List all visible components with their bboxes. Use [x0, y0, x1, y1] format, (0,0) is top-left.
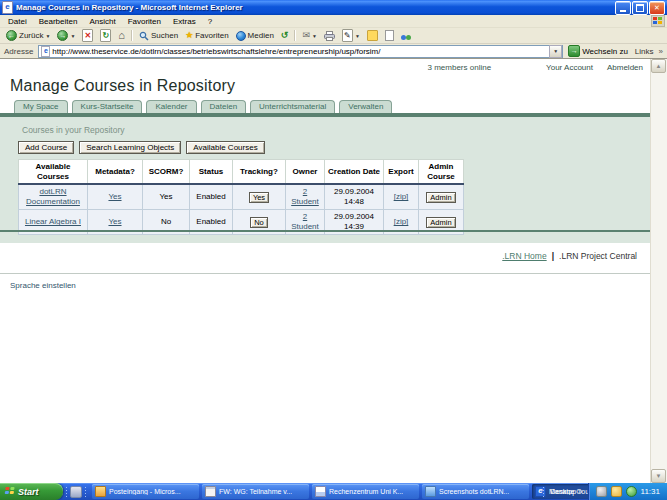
media-button[interactable]: Medien — [233, 29, 277, 43]
messenger-button[interactable] — [398, 29, 415, 43]
minimize-button[interactable] — [615, 1, 631, 15]
chevron-more-icon[interactable]: » — [578, 487, 584, 496]
language-settings-link[interactable]: Sprache einstellen — [10, 281, 76, 290]
quick-launch-icon[interactable] — [70, 486, 82, 498]
course-link[interactable]: Linear Algebra I — [25, 217, 81, 226]
back-dropdown-icon[interactable]: ▼ — [45, 33, 50, 39]
discuss-button[interactable] — [364, 29, 381, 43]
menu-hilfe[interactable]: ? — [202, 17, 218, 26]
section-heading: Courses in your Repository — [0, 117, 651, 135]
status-value: Enabled — [190, 184, 233, 210]
task-mail-message[interactable]: FW: WG: Teilnahme v... — [202, 484, 309, 499]
edit-dropdown-icon[interactable]: ▼ — [355, 33, 360, 39]
tray-icon-1[interactable] — [596, 486, 607, 497]
home-button[interactable]: ⌂ — [115, 29, 128, 43]
favorites-button[interactable]: ★ Favoriten — [182, 29, 231, 43]
taskbar-grip[interactable] — [84, 486, 87, 497]
chevron-more-icon[interactable]: » — [659, 47, 665, 56]
start-button[interactable]: Start — [0, 483, 63, 500]
menu-bearbeiten[interactable]: Bearbeiten — [33, 17, 84, 26]
tab-dateien[interactable]: Dateien — [201, 100, 247, 113]
edit-button[interactable]: ✎ ▼ — [339, 29, 363, 43]
tracking-button[interactable]: Yes — [249, 192, 269, 203]
scroll-up-icon[interactable]: ▲ — [651, 59, 666, 73]
mail-dropdown-icon[interactable]: ▼ — [312, 33, 317, 39]
available-courses-button[interactable]: Available Courses — [186, 141, 264, 154]
forward-icon: → — [57, 30, 68, 41]
desktop-toolbar[interactable]: Desktop » — [547, 483, 587, 500]
admin-button[interactable]: Admin — [426, 217, 455, 228]
metadata-link[interactable]: Yes — [108, 192, 121, 201]
address-label: Adresse — [2, 47, 35, 56]
browser-toolbar: ← Zurück ▼ → ▼ ✕ ↻ ⌂ Suchen ★ Favoriten … — [0, 28, 667, 44]
taskbar-clock[interactable]: 11:31 — [641, 487, 660, 496]
mail-button[interactable]: ✉ ▼ — [299, 29, 320, 43]
col-status: Status — [190, 160, 233, 185]
owner-link[interactable]: 2 Student — [291, 187, 319, 206]
menu-bar: Datei Bearbeiten Ansicht Favoriten Extra… — [0, 15, 667, 28]
table-header-row: Available Courses Metadata? SCORM? Statu… — [19, 160, 464, 185]
task-posteingang[interactable]: Posteingang - Micros... — [92, 484, 199, 499]
go-arrow-icon: → — [568, 45, 580, 57]
menu-favoriten[interactable]: Favoriten — [122, 17, 167, 26]
discuss-note-icon — [367, 30, 378, 41]
refresh-button[interactable]: ↻ — [97, 29, 114, 43]
col-tracking: Tracking? — [233, 160, 286, 185]
history-button[interactable]: ↺ — [278, 29, 292, 43]
vertical-scrollbar[interactable]: ▲ ▼ — [650, 59, 667, 483]
export-zip-link[interactable]: [zip] — [394, 217, 409, 226]
stop-button[interactable]: ✕ — [79, 29, 96, 43]
tab-kalender[interactable]: Kalender — [146, 100, 196, 113]
address-combo: e ▼ — [38, 45, 563, 58]
go-button[interactable]: → Wechseln zu — [566, 45, 630, 57]
owner-link[interactable]: 2 Student — [291, 212, 319, 231]
back-button[interactable]: ← Zurück ▼ — [3, 29, 53, 43]
tray-icon-3[interactable] — [626, 486, 637, 497]
add-course-button[interactable]: Add Course — [18, 141, 74, 154]
media-globe-icon — [236, 31, 246, 41]
task-screenshots[interactable]: Screenshots dotLRN... — [422, 484, 529, 499]
course-link[interactable]: dotLRN Documentation — [26, 187, 80, 206]
col-metadata: Metadata? — [88, 160, 143, 185]
tab-kurs-startseite[interactable]: Kurs-Startseite — [72, 100, 143, 113]
search-learning-objects-button[interactable]: Search Learning Objects — [79, 141, 181, 154]
forward-dropdown-icon[interactable]: ▼ — [70, 33, 75, 39]
menu-extras[interactable]: Extras — [167, 17, 202, 26]
windows-logo-icon — [651, 15, 665, 27]
lrn-home-link[interactable]: .LRN Home — [502, 251, 546, 261]
scroll-down-icon[interactable]: ▼ — [651, 469, 666, 483]
desktop-toolbar-grip[interactable] — [542, 486, 545, 497]
tray-icon-2[interactable] — [611, 486, 622, 497]
search-button[interactable]: Suchen — [136, 29, 181, 43]
col-owner: Owner — [286, 160, 325, 185]
search-icon — [139, 31, 149, 41]
tab-verwalten[interactable]: Verwalten — [339, 100, 392, 113]
export-zip-link[interactable]: [zip] — [394, 192, 409, 201]
browser-window: e Manage Courses in Repository - Microso… — [0, 0, 667, 500]
research-button[interactable] — [382, 29, 397, 43]
metadata-link[interactable]: Yes — [108, 217, 121, 226]
task-rechenzentrum[interactable]: Rechenzentrum Uni K... — [312, 484, 419, 499]
links-toolbar-label[interactable]: Links — [633, 47, 656, 56]
portal-tabs: My Space Kurs-Startseite Kalender Dateie… — [14, 100, 651, 113]
address-input[interactable] — [52, 46, 549, 56]
restore-button[interactable] — [632, 1, 648, 15]
logout-link[interactable]: Abmelden — [607, 63, 643, 72]
members-online-link[interactable]: 3 members online — [428, 63, 492, 72]
admin-button[interactable]: Admin — [426, 192, 455, 203]
tab-unterrichtsmaterial[interactable]: Unterrichtsmaterial — [250, 100, 335, 113]
col-available-courses: Available Courses — [19, 160, 88, 185]
your-account-link[interactable]: Your Account — [546, 63, 593, 72]
menu-ansicht[interactable]: Ansicht — [83, 17, 121, 26]
print-button[interactable] — [321, 29, 338, 43]
tracking-button[interactable]: No — [250, 217, 268, 228]
forward-button[interactable]: → ▼ — [54, 29, 78, 43]
menu-datei[interactable]: Datei — [2, 17, 33, 26]
address-dropdown-icon[interactable]: ▼ — [549, 45, 562, 58]
toolbar-separator — [294, 30, 296, 41]
lrn-project-central-link[interactable]: .LRN Project Central — [559, 251, 637, 261]
tab-my-space[interactable]: My Space — [14, 100, 68, 113]
close-button[interactable]: ✕ — [649, 1, 665, 15]
address-bar: Adresse e ▼ → Wechseln zu Links » — [0, 44, 667, 59]
quick-launch-grip[interactable] — [65, 486, 68, 497]
